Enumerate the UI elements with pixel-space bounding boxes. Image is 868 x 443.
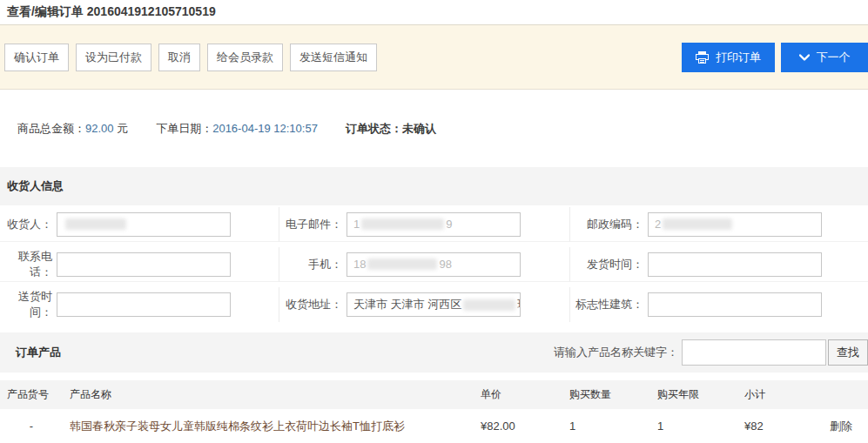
landmark-input[interactable] (648, 292, 822, 317)
redacted-value (663, 218, 732, 230)
record-member-payment-button[interactable]: 给会员录款 (207, 44, 283, 71)
consignee-form: 收货人： 电子邮件： 19 邮政编码： 2 联系电话： 手机： 1898 发货时… (0, 205, 868, 327)
order-date: 下单日期：2016-04-19 12:10:57 (156, 121, 318, 137)
table-row: - 韩国春秋亲子装母女儿童韩版纯棉条纹衫上衣荷叶边长袖T恤打底衫 ¥82.00 … (0, 409, 868, 443)
address-field: 收货地址： 天津市 天津市 河西区现 (279, 287, 570, 322)
order-summary: 商品总金额：92.00 元 下单日期：2016-04-19 12:10:57 订… (0, 90, 868, 167)
order-status: 订单状态：未确认 (346, 121, 436, 137)
email-visible-suffix: 9 (446, 218, 452, 231)
consignee-section-header: 收货人信息 (0, 167, 868, 205)
consignee-input[interactable] (57, 212, 231, 237)
ship-time-input[interactable] (648, 252, 822, 277)
ship-time-field: 发货时间： (570, 247, 868, 282)
postcode-visible-prefix: 2 (655, 218, 661, 231)
telephone-label: 联系电话： (0, 249, 52, 280)
confirm-order-button[interactable]: 确认订单 (4, 44, 69, 71)
telephone-field: 联系电话： (0, 247, 279, 282)
redacted-value (361, 218, 444, 230)
mobile-visible-prefix: 18 (353, 258, 366, 271)
postcode-label: 邮政编码： (570, 217, 643, 232)
page-title-bar: 查看/编辑订单 2016041912105710519 (0, 0, 868, 25)
delivery-time-input[interactable] (57, 292, 231, 317)
redacted-value (463, 299, 515, 311)
consignee-label: 收货人： (0, 217, 52, 232)
header-years: 购买年限 (647, 387, 734, 402)
product-subtotal: ¥82 (734, 420, 821, 433)
delivery-time-label: 送货时间： (0, 289, 52, 320)
product-sku: - (0, 420, 63, 433)
products-table-header: 产品货号 产品名称 单价 购买数量 购买年限 小计 (0, 380, 868, 409)
order-date-value: 2016-04-19 12:10:57 (212, 122, 318, 135)
product-name-link[interactable]: 韩国春秋亲子装母女儿童韩版纯棉条纹衫上衣荷叶边长袖T恤打底衫 (70, 420, 405, 433)
order-status-label: 订单状态： (346, 122, 402, 135)
spacer (0, 373, 868, 380)
next-order-button[interactable]: 下一个 (781, 43, 868, 72)
address-visible-prefix: 天津市 天津市 河西区 (353, 297, 461, 312)
telephone-input[interactable] (57, 252, 231, 277)
order-date-label: 下单日期： (156, 122, 212, 135)
header-name: 产品名称 (63, 387, 470, 402)
page-title: 查看/编辑订单 2016041912105710519 (7, 4, 216, 20)
address-label: 收货地址： (279, 297, 342, 312)
order-status-badge: 未确认 (402, 122, 436, 135)
product-search-input[interactable] (682, 339, 826, 366)
redacted-value (65, 218, 126, 230)
header-sku: 产品货号 (0, 387, 63, 402)
address-input[interactable]: 天津市 天津市 河西区现 (347, 292, 521, 317)
product-action-cell: 删除 (821, 419, 868, 434)
chevron-down-icon (799, 54, 810, 61)
email-field: 电子邮件： 19 (279, 207, 570, 242)
delete-product-link[interactable]: 删除 (830, 420, 852, 433)
postcode-input[interactable]: 2 (648, 212, 822, 237)
product-search-button[interactable]: 查找 (828, 339, 868, 366)
product-search-group: 请输入产品名称关键字： 查找 (554, 339, 868, 366)
landmark-label: 标志性建筑： (570, 297, 643, 312)
print-order-button[interactable]: 打印订单 (682, 43, 775, 72)
address-visible-suffix: 现 (517, 297, 521, 312)
order-total: 商品总金额：92.00 元 (17, 121, 128, 137)
products-section-title: 订单产品 (16, 345, 61, 360)
consignee-field: 收货人： (0, 207, 279, 242)
redacted-value (367, 258, 437, 270)
email-input[interactable]: 19 (347, 212, 521, 237)
header-price: 单价 (470, 387, 557, 402)
cancel-order-button[interactable]: 取消 (158, 44, 200, 71)
order-action-toolbar: 确认订单 设为已付款 取消 给会员录款 发送短信通知 打印订单 下一个 (0, 25, 868, 90)
order-total-unit: 元 (117, 122, 128, 135)
toolbar-right-group: 打印订单 下一个 (682, 43, 868, 72)
set-paid-button[interactable]: 设为已付款 (76, 44, 151, 71)
email-visible-prefix: 1 (353, 218, 360, 231)
delivery-time-field: 送货时间： (0, 287, 279, 322)
landmark-field: 标志性建筑： (570, 287, 868, 322)
products-section-header: 订单产品 请输入产品名称关键字： 查找 (0, 332, 868, 373)
send-sms-button[interactable]: 发送短信通知 (290, 44, 377, 71)
email-label: 电子邮件： (279, 217, 342, 232)
header-subtotal: 小计 (734, 387, 821, 402)
product-price: ¥82.00 (470, 420, 557, 433)
product-search-label: 请输入产品名称关键字： (554, 345, 678, 360)
mobile-field: 手机： 1898 (279, 247, 570, 282)
printer-icon (696, 51, 709, 64)
next-order-label: 下一个 (817, 50, 851, 65)
mobile-visible-suffix: 98 (439, 258, 451, 271)
mobile-label: 手机： (279, 257, 342, 272)
postcode-field: 邮政编码： 2 (570, 207, 868, 242)
consignee-section-title: 收货人信息 (7, 178, 64, 194)
product-years: 1 (647, 420, 734, 433)
order-total-label: 商品总金额： (17, 122, 85, 135)
order-total-value: 92.00 (85, 122, 114, 135)
mobile-input[interactable]: 1898 (347, 252, 521, 277)
product-qty: 1 (557, 420, 647, 433)
print-order-label: 打印订单 (716, 50, 761, 65)
header-qty: 购买数量 (557, 387, 647, 402)
ship-time-label: 发货时间： (570, 257, 643, 272)
product-name-cell: 韩国春秋亲子装母女儿童韩版纯棉条纹衫上衣荷叶边长袖T恤打底衫 (63, 419, 470, 434)
